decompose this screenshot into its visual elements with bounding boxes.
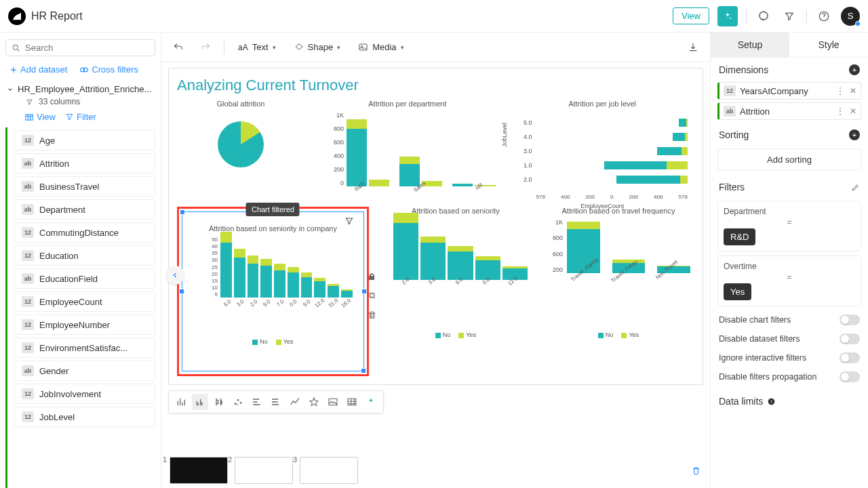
svg-point-8 <box>235 403 237 405</box>
more-icon[interactable]: ⋮ <box>836 106 844 116</box>
info-icon[interactable]: i <box>767 397 776 406</box>
dimension-chip[interactable]: YearsAtCompany⋮✕ <box>717 82 861 100</box>
chart-type-table[interactable] <box>344 394 360 410</box>
cross-filters-link[interactable]: Cross filters <box>79 64 138 75</box>
joblevel-chart[interactable]: JobLevel 5.04.03.01.02.0 578400200020040… <box>510 112 694 200</box>
chart-type-star[interactable] <box>306 394 322 410</box>
add-dimension-button[interactable]: + <box>849 64 860 75</box>
sorting-heading: Sorting <box>719 129 749 140</box>
download-icon[interactable] <box>684 39 702 56</box>
column-name: Gender <box>39 366 68 376</box>
left-panel: Add dataset Cross filters HR_Employee_At… <box>0 33 161 488</box>
chart-type-bar-grouped[interactable] <box>192 394 208 410</box>
column-item[interactable]: Department <box>14 199 155 220</box>
trash-icon[interactable]: 🗑︎ <box>366 308 379 321</box>
prev-page-button[interactable] <box>165 266 184 285</box>
chart-type-scatter[interactable] <box>230 394 246 410</box>
media-tool[interactable]: Media▾ <box>354 39 408 55</box>
canvas[interactable]: Analyzing Current Turnover Global attrit… <box>161 62 710 488</box>
svg-point-9 <box>237 399 239 401</box>
filter-group[interactable]: Overtime=Yes <box>717 256 861 306</box>
filters-heading: Filters <box>719 182 745 192</box>
app-logo <box>8 7 26 25</box>
copy-icon[interactable]: ⧉ <box>366 289 379 302</box>
thumb-1[interactable] <box>170 457 228 484</box>
chart-type-line[interactable] <box>287 394 303 410</box>
shape-tool[interactable]: Shape▾ <box>290 39 345 55</box>
column-item[interactable]: JobLevel <box>14 407 155 427</box>
dataset-filter-link[interactable]: Filter <box>65 112 96 122</box>
dataset-view-link[interactable]: View <box>24 112 56 122</box>
column-item[interactable]: JobInvolvement <box>14 384 155 404</box>
dimension-chip[interactable]: Attrition⋮✕ <box>717 102 861 120</box>
chart-type-image[interactable] <box>325 394 341 410</box>
column-item[interactable]: EnvironmentSatisfac... <box>14 338 155 358</box>
remove-icon[interactable]: ✕ <box>850 106 856 116</box>
toggle-switch[interactable] <box>840 371 860 382</box>
avatar[interactable]: S <box>841 7 860 26</box>
column-item[interactable]: EmployeeNumber <box>14 314 155 335</box>
tab-style[interactable]: Style <box>789 33 868 57</box>
lock-icon[interactable]: 🔒︎ <box>366 270 379 283</box>
chart-title-pie: Global attrition <box>177 100 304 108</box>
svg-rect-5 <box>26 114 33 119</box>
dept-chart[interactable]: 1K8006004002000 R&DS <box>315 112 500 200</box>
ai-sparkle-button[interactable] <box>717 6 738 26</box>
add-dataset-link[interactable]: Add dataset <box>9 64 67 75</box>
chart-type-ai[interactable] <box>363 394 379 410</box>
delete-page-icon[interactable] <box>691 465 702 476</box>
column-item[interactable]: EducationField <box>14 268 155 289</box>
toggle-switch[interactable] <box>840 314 860 325</box>
chart-type-toolbar <box>168 390 384 413</box>
filter-group[interactable]: Department=R&D <box>717 201 861 251</box>
selected-chart-frame[interactable]: Chart filtered Attrition based on senior… <box>177 207 369 376</box>
add-sorting-button[interactable]: Add sorting <box>717 148 861 171</box>
column-item[interactable]: BusinessTravel <box>14 176 155 197</box>
toggle-switch[interactable] <box>840 352 860 363</box>
column-name: BusinessTravel <box>39 182 99 192</box>
thumb-2[interactable] <box>235 457 293 484</box>
funnel-icon <box>26 98 33 106</box>
chat-icon[interactable] <box>755 7 772 25</box>
chart-type-candlestick[interactable] <box>211 394 227 410</box>
text-tool[interactable]: aA Text▾ <box>234 39 280 55</box>
travel-chart[interactable]: 1K800600200 Travel_RarelyTravel_Frequ...… <box>542 219 694 287</box>
filter-value-chip[interactable]: Yes <box>724 283 751 300</box>
chart-title-joblevel: Attrition per job level <box>510 100 694 108</box>
chart-type-bar-h-stacked[interactable] <box>268 394 284 410</box>
help-icon[interactable] <box>815 7 833 25</box>
funnel-icon[interactable] <box>344 216 354 226</box>
column-item[interactable]: Education <box>14 245 155 266</box>
toggle-switch[interactable] <box>840 333 860 344</box>
dataset-header[interactable]: HR_Employee_Attrition_Enriche... <box>0 79 161 97</box>
page-title: HR Report <box>31 10 83 22</box>
type-badge <box>22 296 34 307</box>
search-input[interactable] <box>5 39 155 56</box>
column-item[interactable]: Attrition <box>14 153 155 174</box>
funnel-icon <box>65 113 74 121</box>
type-badge <box>22 250 34 261</box>
filter-value-chip[interactable]: R&D <box>724 228 755 245</box>
column-item[interactable]: Gender <box>14 361 155 381</box>
pie-chart[interactable] <box>218 121 264 167</box>
remove-icon[interactable]: ✕ <box>850 86 856 96</box>
thumb-3[interactable] <box>300 457 358 484</box>
column-item[interactable]: EmployeeCount <box>14 291 155 312</box>
add-sorting-plus[interactable]: + <box>849 129 860 140</box>
seniority-chart[interactable]: 2.03.09.00.012.0 <box>380 219 532 293</box>
more-icon[interactable]: ⋮ <box>836 86 844 96</box>
tab-setup[interactable]: Setup <box>711 33 789 57</box>
column-item[interactable]: CommutingDistance <box>14 222 155 243</box>
dataset-columns-count: 33 columns <box>0 97 161 106</box>
chart-type-bar-vertical[interactable] <box>173 394 189 410</box>
view-button[interactable]: View <box>673 7 709 24</box>
redo-icon[interactable] <box>197 39 214 56</box>
column-name: JobInvolvement <box>39 389 101 399</box>
edit-filters-icon[interactable] <box>851 183 860 192</box>
filter-icon[interactable] <box>781 7 798 25</box>
chart-type-bar-h[interactable] <box>249 394 265 410</box>
dimensions-heading: Dimensions <box>719 64 768 75</box>
column-item[interactable]: Age <box>14 130 155 150</box>
chevron-down-icon <box>7 86 14 93</box>
undo-icon[interactable] <box>170 39 187 56</box>
